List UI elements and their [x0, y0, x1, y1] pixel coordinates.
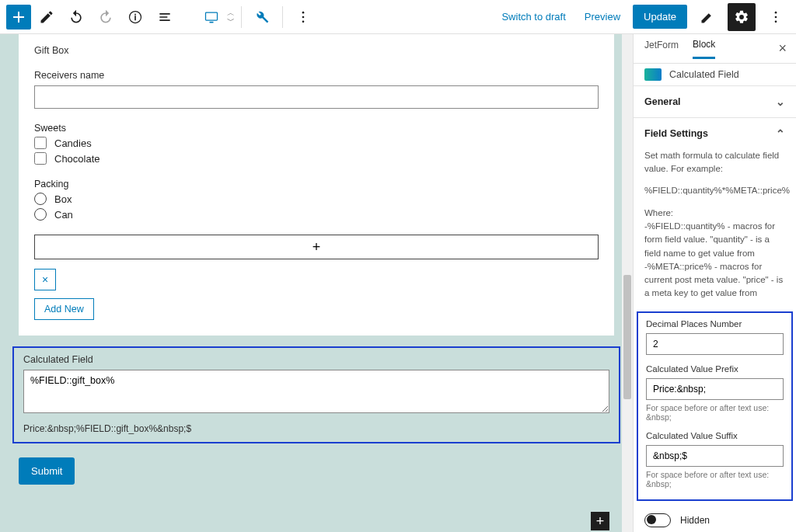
decimal-places-input[interactable] — [646, 333, 784, 355]
svg-point-2 — [302, 11, 305, 13]
chocolate-checkbox[interactable] — [34, 152, 47, 165]
calculated-field-textarea[interactable]: %FIELD::gift_box% — [23, 370, 609, 413]
option-label: Box — [54, 193, 72, 205]
submit-button[interactable]: Submit — [19, 457, 75, 485]
candies-checkbox[interactable] — [34, 137, 47, 149]
suffix-input[interactable] — [646, 445, 784, 467]
gear-icon — [734, 9, 749, 25]
dots-vertical-icon — [768, 9, 784, 25]
sweets-label: Sweets — [34, 123, 599, 134]
can-radio[interactable] — [34, 208, 47, 221]
block-inserter-fab[interactable]: + — [591, 512, 609, 530]
vertical-scrollbar[interactable] — [622, 34, 633, 532]
help-formula: %FIELD::quantity%*%META::price% — [644, 184, 785, 197]
hidden-toggle[interactable] — [644, 513, 671, 527]
panel-general[interactable]: General ⌄ — [634, 86, 796, 117]
prefix-input[interactable] — [646, 378, 784, 400]
svg-point-6 — [775, 16, 777, 18]
add-new-button[interactable]: Add New — [34, 298, 94, 320]
tab-jetform[interactable]: JetForm — [644, 40, 679, 57]
svg-point-3 — [302, 16, 305, 18]
add-block-button[interactable] — [6, 5, 31, 30]
wrench-button[interactable] — [248, 3, 276, 31]
prefix-label: Calculated Value Prefix — [646, 364, 784, 374]
device-button[interactable] — [197, 3, 225, 31]
help-text: Set math formula to calculate field valu… — [644, 149, 785, 176]
desktop-icon — [204, 9, 219, 25]
chevron-down-icon: ﹀ — [227, 17, 235, 25]
option-label: Candies — [54, 137, 92, 149]
dots-vertical-icon — [295, 9, 311, 25]
outline-button[interactable] — [151, 3, 179, 31]
calculated-field-label: Calculated Field — [23, 354, 609, 365]
info-button[interactable] — [121, 3, 149, 31]
block-mover[interactable]: ︿ ﹀ — [227, 3, 235, 31]
undo-icon — [68, 9, 84, 25]
calculated-field-preview: Price:&nbsp;%FIELD::gift_box%&nbsp;$ — [23, 423, 609, 434]
remove-row-button[interactable]: × — [34, 269, 56, 290]
more-options-button[interactable] — [289, 3, 317, 31]
svg-point-7 — [775, 20, 777, 23]
undo-button[interactable] — [62, 3, 90, 31]
decimal-places-label: Decimal Places Number — [646, 319, 784, 329]
list-icon — [157, 9, 173, 25]
suffix-hint: For space before or after text use: &nbs… — [646, 470, 784, 489]
pencil-icon — [39, 9, 54, 25]
switch-to-draft-button[interactable]: Switch to draft — [495, 6, 571, 27]
packing-label: Packing — [34, 179, 599, 190]
prefix-hint: For space before or after text use: &nbs… — [646, 403, 784, 422]
edit-mode-button[interactable] — [33, 3, 61, 31]
hidden-toggle-label: Hidden — [680, 515, 710, 526]
ellipsis-button[interactable] — [762, 3, 790, 31]
preview-button[interactable]: Preview — [578, 6, 627, 27]
chevron-up-icon: ⌃ — [776, 127, 785, 140]
suffix-label: Calculated Value Suffix — [646, 431, 784, 440]
settings-button[interactable] — [728, 3, 756, 31]
jet-styles-button[interactable] — [693, 3, 721, 31]
pencil-icon — [700, 9, 715, 25]
info-icon — [127, 9, 143, 25]
redo-button[interactable] — [92, 3, 120, 31]
svg-point-4 — [302, 20, 305, 23]
plus-icon — [9, 8, 28, 26]
settings-sidebar: JetForm Block × Calculated Field General… — [633, 34, 796, 532]
editor-toolbar: ︿ ﹀ Switch to draft Preview Update — [0, 0, 796, 34]
selected-block-indicator: Calculated Field — [634, 64, 796, 85]
editor-canvas: Gift Box Receivers name Sweets Candies C… — [0, 34, 633, 532]
option-label: Can — [54, 209, 73, 221]
receivers-name-input[interactable] — [34, 85, 599, 109]
box-radio[interactable] — [34, 193, 47, 205]
help-where: Where: — [644, 207, 785, 220]
help-meta-macro: -%META::price% - macros for current post… — [644, 260, 785, 301]
gift-box-label: Gift Box — [34, 45, 599, 56]
calculated-field-block[interactable]: Calculated Field %FIELD::gift_box% Price… — [12, 346, 620, 443]
panel-field-settings[interactable]: Field Settings ⌃ — [634, 118, 796, 149]
add-repeater-row-button[interactable]: + — [34, 235, 599, 259]
receivers-name-label: Receivers name — [34, 70, 599, 81]
chevron-up-icon: ︿ — [227, 9, 235, 17]
svg-rect-1 — [206, 12, 218, 20]
redo-icon — [98, 9, 113, 25]
tab-block[interactable]: Block — [693, 39, 715, 59]
close-sidebar-button[interactable]: × — [778, 40, 787, 57]
calc-settings-highlight: Decimal Places Number Calculated Value P… — [637, 311, 793, 501]
calculated-field-icon — [644, 68, 662, 81]
update-button[interactable]: Update — [633, 5, 687, 29]
selected-block-name: Calculated Field — [669, 69, 739, 80]
wrench-icon — [254, 9, 270, 25]
svg-point-5 — [775, 11, 777, 13]
chevron-down-icon: ⌄ — [776, 96, 785, 108]
help-field-macro: -%FIELD::quantity% - macros for form fie… — [644, 220, 785, 260]
option-label: Chocolate — [54, 153, 100, 165]
